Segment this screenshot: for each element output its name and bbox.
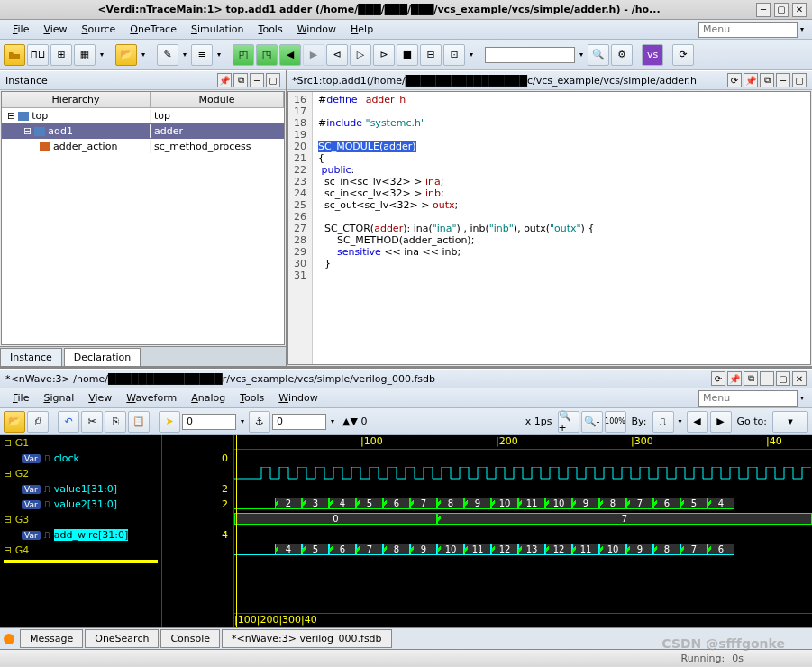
nwave-cursor-icon[interactable]: ➤	[159, 411, 180, 433]
menu-source[interactable]: Source	[75, 22, 123, 37]
cursor2-input[interactable]	[272, 414, 326, 430]
run-right-icon[interactable]: ◳	[256, 44, 278, 66]
menu-onetrace[interactable]: OneTrace	[123, 22, 184, 37]
nwave-menu-window[interactable]: Window	[271, 390, 324, 406]
signal-panel[interactable]: ⊟ G1Var⎍ clock⊟ G2Var⎍ value1[31:0]Var⎍ …	[0, 435, 162, 627]
minimize-button[interactable]: ─	[756, 3, 771, 17]
stack-icon[interactable]: ⊡	[443, 44, 465, 66]
nwave-menu-search[interactable]	[698, 390, 798, 407]
next-edge-icon[interactable]: ▶	[710, 411, 732, 433]
source-pin-icon[interactable]: 📌	[744, 73, 758, 87]
menu-search-dropdown[interactable]: ▾	[798, 25, 807, 33]
search-icon[interactable]: 🔍	[588, 44, 609, 66]
nwave-close-icon[interactable]: ✕	[792, 371, 807, 386]
prev-edge-icon[interactable]: ◀	[687, 411, 708, 433]
nwave-menu-signal[interactable]: Signal	[36, 390, 81, 406]
vs-icon[interactable]: vs	[642, 44, 663, 66]
menu-window[interactable]: Window	[290, 22, 343, 37]
menu-view[interactable]: View	[36, 22, 74, 37]
tool-dropdown-5[interactable]: ▾	[467, 50, 476, 59]
source-code[interactable]: 16171819202122232425262728293031 #define…	[287, 91, 811, 365]
nwave-menu-file[interactable]: File	[5, 390, 36, 406]
nwave-min-icon[interactable]: ─	[760, 371, 774, 386]
source-popout-icon[interactable]: ⧉	[760, 73, 774, 87]
menu-tools[interactable]: Tools	[251, 22, 290, 37]
signal-group[interactable]: ⊟ G1	[0, 435, 161, 451]
signal-item[interactable]: Var⎍ clock	[0, 451, 161, 466]
tab-nwave[interactable]: *<nWave:3> verilog_000.fsdb	[222, 629, 391, 648]
folder2-icon[interactable]: 📂	[115, 44, 137, 66]
minimize-pane-icon[interactable]: ─	[250, 73, 264, 87]
wave-icon[interactable]: ⊓⊔	[27, 44, 49, 66]
by-dd[interactable]: ▾	[676, 417, 685, 425]
run-left-icon[interactable]: ◰	[233, 44, 254, 66]
tree-row[interactable]: ⊟ add1adder	[2, 123, 284, 139]
menu-simulation[interactable]: Simulation	[184, 22, 251, 37]
cursor1-dd[interactable]: ▾	[238, 417, 247, 425]
source-reload-icon[interactable]: ⟳	[727, 73, 742, 87]
nwave-menu-dropdown[interactable]: ▾	[798, 394, 807, 402]
cursor1-input[interactable]	[182, 414, 236, 430]
source-min-icon[interactable]: ─	[776, 73, 790, 87]
menu-search-input[interactable]	[698, 22, 798, 38]
nwave-menu-analog[interactable]: Analog	[184, 390, 233, 406]
wave-canvas[interactable]: |100|200|300|40 234567891011109876540745…	[234, 435, 812, 627]
schematic-icon[interactable]: ▦	[74, 44, 96, 66]
tool-dropdown-4[interactable]: ▾	[214, 50, 224, 59]
forward-icon[interactable]: ▶	[303, 44, 324, 66]
zoom-out-icon[interactable]: 🔍-	[581, 411, 603, 433]
tree-row[interactable]: ⊟ toptop	[2, 108, 284, 123]
back-icon[interactable]: ◀	[279, 44, 301, 66]
nwave-menu-tools[interactable]: Tools	[233, 390, 271, 406]
anchor-icon[interactable]: ⚓	[249, 411, 270, 433]
tab-message[interactable]: Message	[20, 629, 83, 648]
signal-item[interactable]: Var⎍ value2[31:0]	[0, 497, 161, 512]
close-button[interactable]: ✕	[792, 3, 807, 17]
popout-icon[interactable]: ⧉	[233, 73, 248, 87]
step-fwd-icon[interactable]: ⊳	[373, 44, 395, 66]
nwave-pin-icon[interactable]: 📌	[727, 371, 742, 386]
tab-onesearch[interactable]: OneSearch	[85, 629, 159, 648]
nwave-paste-icon[interactable]: 📋	[128, 411, 150, 433]
source-max-icon[interactable]: ▢	[792, 73, 807, 87]
nwave-popout-icon[interactable]: ⧉	[744, 371, 758, 386]
tool-dropdown-3[interactable]: ▾	[180, 50, 189, 59]
refresh-icon[interactable]: ⟳	[672, 44, 694, 66]
tree-row[interactable]: adder_actionsc_method_process	[2, 139, 284, 154]
nwave-undo-icon[interactable]: ↶	[58, 411, 79, 433]
goto-dd[interactable]: ▾	[772, 411, 808, 433]
search-dropdown[interactable]: ▾	[577, 50, 586, 59]
nwave-open-icon[interactable]: 📂	[4, 411, 25, 433]
nwave-menu-waveform[interactable]: Waveform	[119, 390, 184, 406]
menu-help[interactable]: Help	[343, 22, 380, 37]
break-icon[interactable]: ⊟	[420, 44, 442, 66]
open-folder-icon[interactable]	[4, 44, 25, 66]
col-hierarchy[interactable]: Hierarchy	[2, 92, 151, 107]
signal-item[interactable]: Var⎍ add_wire[31:0]	[0, 527, 161, 543]
col-module[interactable]: Module	[151, 92, 284, 107]
tool-dropdown-1[interactable]: ▾	[97, 50, 106, 59]
menu-file[interactable]: File	[5, 22, 36, 37]
tab-console[interactable]: Console	[160, 629, 220, 648]
settings-icon[interactable]: ⚙	[611, 44, 633, 66]
zoom-100-icon[interactable]: 100%	[605, 411, 626, 433]
list-icon[interactable]: ≡	[191, 44, 213, 66]
maximize-pane-icon[interactable]: ▢	[266, 73, 280, 87]
nwave-reload-icon[interactable]: ⟳	[711, 371, 725, 386]
tab-instance[interactable]: Instance	[0, 348, 62, 366]
by-signal-icon[interactable]: ⎍	[652, 411, 674, 433]
play-icon[interactable]: ▷	[350, 44, 371, 66]
stop-icon[interactable]: ■	[397, 44, 418, 66]
signal-group[interactable]: ⊟ G2	[0, 466, 161, 481]
pin-icon[interactable]: 📌	[217, 73, 232, 87]
nwave-save-icon[interactable]: ⎙	[27, 411, 49, 433]
signal-item[interactable]: Var⎍ value1[31:0]	[0, 481, 161, 497]
step-back-icon[interactable]: ⊲	[326, 44, 348, 66]
tab-declaration[interactable]: Declaration	[64, 348, 141, 366]
cursor2-dd[interactable]: ▾	[328, 417, 337, 425]
search-input[interactable]	[485, 47, 575, 63]
edit-icon[interactable]: ✎	[157, 44, 178, 66]
signal-group[interactable]: ⊟ G3	[0, 512, 161, 527]
nwave-max-icon[interactable]: ▢	[776, 371, 790, 386]
hierarchy-icon[interactable]: ⊞	[50, 44, 72, 66]
